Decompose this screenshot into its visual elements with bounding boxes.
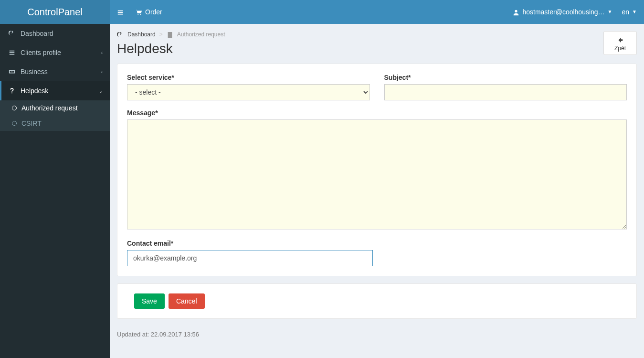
updated-value: 22.09.2017 13:56 <box>151 331 199 338</box>
breadcrumb-root[interactable]: Dashboard <box>127 31 156 38</box>
circle-icon <box>12 121 17 126</box>
page-title: Helpdesk <box>117 41 225 56</box>
sidebar-subitem-authorized-request[interactable]: Authorized request <box>0 100 110 116</box>
arrow-left-icon <box>604 35 636 44</box>
order-link[interactable]: Order <box>136 8 162 16</box>
cancel-button[interactable]: Cancel <box>169 293 205 309</box>
chevron-left-icon: ‹ <box>101 69 103 75</box>
breadcrumb-current: Authorized request <box>177 31 225 38</box>
select-service-label: Select service* <box>127 74 370 81</box>
sidebar-item-label: Dashboard <box>21 30 53 37</box>
back-button[interactable]: Zpět <box>603 31 637 55</box>
sidebar-item-business[interactable]: Business ‹ <box>0 62 110 81</box>
subject-label: Subject* <box>384 74 627 81</box>
sidebar: ControlPanel Dashboard Clients profile ‹ <box>0 0 110 358</box>
caret-down-icon: ▼ <box>608 9 612 14</box>
top-navbar: Order hostmaster@coolhousing… ▼ en ▼ <box>110 0 644 24</box>
actions-box: Save Cancel <box>117 283 637 319</box>
sidebar-item-label: Business <box>21 68 48 76</box>
dashboard-icon <box>7 30 17 37</box>
order-label: Order <box>145 8 162 16</box>
contact-email-label: Contact email* <box>127 239 627 247</box>
user-icon <box>513 8 519 16</box>
sidebar-subitem-csirt[interactable]: CSIRT <box>0 116 110 131</box>
user-menu[interactable]: hostmaster@coolhousing… ▼ <box>513 8 612 16</box>
list-icon <box>7 49 17 56</box>
cart-icon <box>136 8 142 16</box>
select-service-field[interactable]: - select - <box>127 84 370 100</box>
chevron-left-icon: ‹ <box>101 50 103 55</box>
lang-label: en <box>622 8 630 16</box>
updated-prefix: Updated at: <box>117 331 151 338</box>
building-icon <box>167 31 173 38</box>
circle-icon <box>12 106 17 110</box>
subject-field[interactable] <box>384 84 627 100</box>
back-label: Zpět <box>604 45 636 52</box>
footer: Updated at: 22.09.2017 13:56 <box>117 326 637 347</box>
form-box: Select service* - select - Subject* <box>117 64 637 276</box>
message-label: Message* <box>127 109 627 117</box>
save-button[interactable]: Save <box>134 293 165 309</box>
message-field[interactable] <box>127 119 627 229</box>
caret-down-icon: ▼ <box>632 9 637 14</box>
question-icon <box>7 87 17 94</box>
sidebar-item-helpdesk[interactable]: Helpdesk ⌄ <box>0 81 110 100</box>
money-icon <box>7 68 17 75</box>
sidebar-subitem-label: CSIRT <box>21 119 42 127</box>
lang-menu[interactable]: en ▼ <box>622 8 637 16</box>
sidebar-item-label: Helpdesk <box>21 87 48 95</box>
sidebar-subitem-label: Authorized request <box>21 104 78 112</box>
brand-logo[interactable]: ControlPanel <box>0 0 110 24</box>
hamburger-icon[interactable] <box>117 8 124 16</box>
sidebar-item-dashboard[interactable]: Dashboard <box>0 24 110 43</box>
sidebar-item-clients-profile[interactable]: Clients profile ‹ <box>0 43 110 62</box>
contact-email-field[interactable] <box>127 250 373 266</box>
breadcrumb-separator: > <box>159 31 163 38</box>
sidebar-item-label: Clients profile <box>21 49 61 56</box>
chevron-down-icon: ⌄ <box>99 88 103 94</box>
user-label: hostmaster@coolhousing… <box>522 8 604 16</box>
breadcrumb: Dashboard > Authorized request <box>117 31 225 38</box>
dashboard-icon <box>117 31 124 38</box>
